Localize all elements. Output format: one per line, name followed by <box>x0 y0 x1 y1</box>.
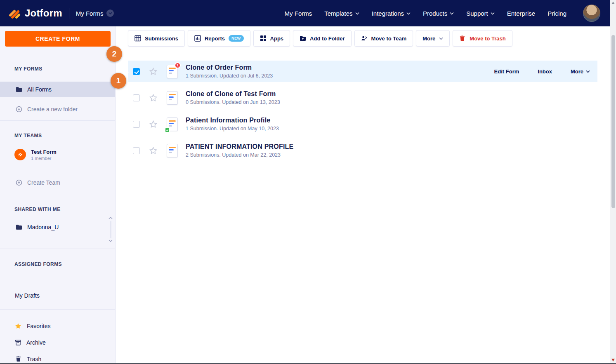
nav-products[interactable]: Products <box>423 10 454 17</box>
sidebar-item-my-drafts[interactable]: My Drafts <box>0 289 115 303</box>
nav-label: Integrations <box>372 10 404 17</box>
row-checkbox[interactable] <box>133 121 140 128</box>
form-icon-bar <box>169 147 176 148</box>
sidebar: CREATE FORM MY FORMS All Forms Create a … <box>0 26 116 364</box>
button-label: Add to Folder <box>310 35 345 42</box>
sidebar-item-all-forms[interactable]: All Forms <box>0 82 115 97</box>
scroll-up-icon[interactable] <box>109 217 113 220</box>
folder-icon <box>16 224 22 230</box>
my-teams-heading: MY TEAMS <box>14 133 42 139</box>
sidebar-item-create-team[interactable]: Create Team <box>0 176 115 190</box>
form-row[interactable]: Clone of Clone of Test Form 0 Submission… <box>128 87 597 108</box>
nav-integrations[interactable]: Integrations <box>372 10 411 17</box>
chevron-down-icon <box>491 12 495 15</box>
row-checkbox[interactable] <box>133 94 140 101</box>
nav-templates[interactable]: Templates <box>324 10 359 17</box>
logo-text: Jotform <box>25 7 62 19</box>
move-to-trash-button[interactable]: Move to Trash <box>453 30 512 47</box>
scrollbar-thumb[interactable] <box>611 35 615 208</box>
more-button[interactable]: More <box>416 30 450 47</box>
scroll-down-icon[interactable] <box>611 359 615 362</box>
step-marker-2: 2 <box>106 46 122 62</box>
move-to-team-button[interactable]: Move to Team <box>354 30 413 47</box>
form-title[interactable]: Patient Information Profile <box>186 117 279 124</box>
action-label: Edit Form <box>494 68 519 75</box>
form-title[interactable]: Clone of Clone of Test Form <box>186 90 280 98</box>
form-icon-bar <box>169 99 172 100</box>
add-to-folder-button[interactable]: Add to Folder <box>293 30 352 47</box>
row-more-link[interactable]: More <box>571 68 590 75</box>
sidebar-item-archive[interactable]: Archive <box>0 336 115 350</box>
nav-support[interactable]: Support <box>466 10 495 17</box>
scroll-up-icon[interactable] <box>611 2 615 4</box>
nav-label: Enterprise <box>507 10 535 17</box>
form-title[interactable]: PATIENT INFORMATION PROFILE <box>186 143 293 150</box>
star-icon[interactable] <box>149 120 158 129</box>
chevron-down-icon <box>439 37 443 40</box>
page-scrollbar[interactable] <box>610 0 616 364</box>
sidebar-item-label: My Drafts <box>15 292 40 299</box>
apps-button[interactable]: Apps <box>253 30 290 47</box>
user-avatar[interactable] <box>583 5 600 22</box>
sidebar-item-team-test-form[interactable]: Test Form 1 member <box>0 146 115 163</box>
form-icon <box>167 117 178 131</box>
nav-label: My Forms <box>285 10 312 17</box>
star-icon[interactable] <box>149 94 158 102</box>
nav-my-forms[interactable]: My Forms <box>285 10 312 17</box>
sidebar-mini-scrollbar[interactable] <box>108 217 113 242</box>
jotform-logo[interactable]: Jotform <box>7 6 62 20</box>
form-meta: 2 Submissions. Updated on Mar 22, 2023 <box>186 152 293 158</box>
trash-icon <box>459 35 466 42</box>
row-checkbox[interactable] <box>133 147 140 154</box>
current-section-switcher[interactable]: My Forms <box>76 9 114 17</box>
nav-label: Templates <box>324 10 352 17</box>
plus-circle-icon <box>16 106 22 113</box>
form-icon-bar <box>169 120 176 122</box>
form-row[interactable]: 1 Clone of Order Form 1 Submission. Upda… <box>128 61 597 82</box>
button-label: Apps <box>270 35 284 42</box>
edit-form-link[interactable]: Edit Form <box>494 68 519 75</box>
top-navbar: Jotform My Forms My Forms Templates Inte… <box>0 0 616 26</box>
inbox-link[interactable]: Inbox <box>538 68 552 75</box>
reports-button[interactable]: Reports NEW <box>188 30 250 47</box>
sidebar-item-label: Madonna_U <box>27 224 59 230</box>
team-move-icon <box>361 35 368 42</box>
sidebar-divider <box>0 283 115 283</box>
sidebar-item-trash[interactable]: Trash <box>0 352 115 364</box>
form-row[interactable]: PATIENT INFORMATION PROFILE 2 Submission… <box>128 140 597 161</box>
nav-label: Support <box>466 10 488 17</box>
step-marker-1: 1 <box>111 73 126 89</box>
scroll-down-icon[interactable] <box>109 240 113 242</box>
nav-pricing[interactable]: Pricing <box>548 10 566 17</box>
form-title[interactable]: Clone of Order Form <box>186 64 273 71</box>
sidebar-item-label: Trash <box>27 356 41 362</box>
star-icon[interactable] <box>149 67 158 76</box>
team-member-count: 1 member <box>31 156 57 161</box>
form-meta: 1 Submission. Updated on Jul 6, 2023 <box>186 73 273 79</box>
approved-badge-icon <box>165 127 170 133</box>
sidebar-divider <box>0 120 115 121</box>
sidebar-item-shared-folder[interactable]: Madonna_U <box>0 220 115 234</box>
shared-with-me-heading: SHARED WITH ME <box>14 207 61 212</box>
sidebar-item-favorites[interactable]: Favorites <box>0 319 115 333</box>
my-forms-heading: MY FORMS <box>14 66 42 72</box>
chevron-down-icon <box>406 12 411 15</box>
row-actions: Edit Form Inbox More <box>494 68 597 75</box>
folder-plus-icon <box>300 35 306 42</box>
form-row[interactable]: Patient Information Profile 1 Submission… <box>128 113 597 135</box>
button-label: Move to Trash <box>470 35 505 42</box>
team-avatar-icon <box>14 149 26 160</box>
trash-icon <box>15 356 22 362</box>
nav-enterprise[interactable]: Enterprise <box>507 10 535 17</box>
star-icon[interactable] <box>149 146 158 155</box>
nav-label: Pricing <box>548 10 566 17</box>
form-icon-bar <box>169 96 174 98</box>
row-checkbox[interactable] <box>133 68 140 75</box>
create-form-button[interactable]: CREATE FORM <box>5 31 111 47</box>
submissions-button[interactable]: Submissions <box>128 30 185 47</box>
sidebar-item-create-new-folder[interactable]: Create a new folder <box>0 102 115 116</box>
form-icon <box>167 144 178 157</box>
bar-chart-icon <box>194 35 201 42</box>
notification-badge: 1 <box>175 62 181 68</box>
form-icon-bar <box>169 94 176 95</box>
